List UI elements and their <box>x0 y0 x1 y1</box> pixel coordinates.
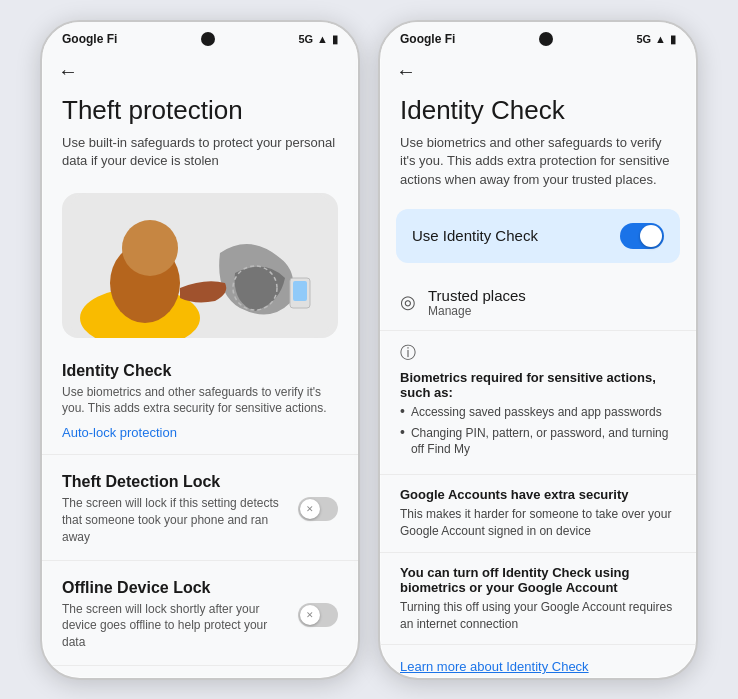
extra-security-desc: This makes it harder for someone to take… <box>400 506 676 540</box>
theft-detection-title: Theft Detection Lock <box>62 473 286 491</box>
offline-lock-toggle[interactable]: ✕ <box>298 603 338 627</box>
phone-identity-check: Google Fi 5G ▲ ▮ ← Identity Check Use bi… <box>378 20 698 680</box>
camera-notch-2 <box>539 32 553 46</box>
bullet-text-1: Accessing saved passkeys and app passwor… <box>411 404 662 421</box>
identity-check-toggle[interactable] <box>620 223 664 249</box>
identity-header: Identity Check Use biometrics and other … <box>380 87 696 205</box>
theft-detection-desc: The screen will lock if this setting det… <box>62 495 286 545</box>
biometrics-heading: Biometrics required for sensitive action… <box>400 370 676 400</box>
signal-icon-2: ▲ <box>655 33 666 45</box>
toggle-knob: ✕ <box>300 499 320 519</box>
signal-icon-1: ▲ <box>317 33 328 45</box>
back-button-1[interactable]: ← <box>42 52 358 87</box>
theft-detection-section: Theft Detection Lock The screen will loc… <box>42 455 358 560</box>
theft-detection-toggle[interactable]: ✕ <box>298 497 338 521</box>
theft-screen: ← Theft protection Use built-in safeguar… <box>42 52 358 678</box>
offline-device-lock-section: Offline Device Lock The screen will lock… <box>42 561 358 666</box>
status-bar-2: Google Fi 5G ▲ ▮ <box>380 22 696 52</box>
carrier-label-1: Google Fi <box>62 32 117 46</box>
trusted-places-block: Trusted places Manage <box>428 287 526 318</box>
trusted-places-manage: Manage <box>428 304 526 318</box>
identity-subtitle: Use biometrics and other safeguards to v… <box>400 134 676 189</box>
theft-illustration-svg <box>62 193 338 338</box>
offline-lock-row: Offline Device Lock The screen will lock… <box>62 579 338 651</box>
identity-title: Identity Check <box>400 95 676 126</box>
phones-container: Google Fi 5G ▲ ▮ ← Theft protection Use … <box>40 20 698 680</box>
svg-rect-6 <box>293 281 307 301</box>
bullet-dot-1: • <box>400 403 405 419</box>
identity-toggle-card[interactable]: Use Identity Check <box>396 209 680 263</box>
theft-header: Theft protection Use built-in safeguards… <box>42 87 358 183</box>
status-bar-1: Google Fi 5G ▲ ▮ <box>42 22 358 52</box>
info-icon: ⓘ <box>400 343 416 364</box>
identity-check-section: Identity Check Use biometrics and other … <box>42 348 358 456</box>
bullet-dot-2: • <box>400 424 405 440</box>
carrier-label-2: Google Fi <box>400 32 455 46</box>
trusted-places-row[interactable]: ◎ Trusted places Manage <box>380 275 696 331</box>
info-icon-row: ⓘ <box>400 343 676 364</box>
learn-more-section: Learn more about Identity Check <box>380 645 696 678</box>
identity-screen: ← Identity Check Use biometrics and othe… <box>380 52 696 678</box>
identity-check-title: Identity Check <box>62 362 338 380</box>
network-label-1: 5G <box>298 33 313 45</box>
battery-icon-2: ▮ <box>670 33 676 46</box>
trusted-places-title: Trusted places <box>428 287 526 304</box>
battery-icon-1: ▮ <box>332 33 338 46</box>
turn-off-section: You can turn off Identity Check using bi… <box>380 553 696 646</box>
bullet-2: • Changing PIN, pattern, or password, an… <box>400 425 676 459</box>
auto-lock-link[interactable]: Auto-lock protection <box>62 425 338 440</box>
bullet-1: • Accessing saved passkeys and app passw… <box>400 404 676 421</box>
back-button-2[interactable]: ← <box>380 52 696 87</box>
status-icons-2: 5G ▲ ▮ <box>636 33 676 46</box>
extra-security-title: Google Accounts have extra security <box>400 487 676 502</box>
theft-subtitle: Use built-in safeguards to protect your … <box>62 134 338 170</box>
turn-off-desc: Turning this off using your Google Accou… <box>400 599 676 633</box>
offline-lock-title: Offline Device Lock <box>62 579 286 597</box>
location-icon: ◎ <box>400 291 416 313</box>
theft-illustration-container <box>62 193 338 338</box>
learn-more-link[interactable]: Learn more about Identity Check <box>400 659 589 674</box>
offline-lock-desc: The screen will lock shortly after your … <box>62 601 286 651</box>
identity-toggle-label: Use Identity Check <box>412 227 538 244</box>
theft-title: Theft protection <box>62 95 338 126</box>
phone-theft-protection: Google Fi 5G ▲ ▮ ← Theft protection Use … <box>40 20 360 680</box>
biometrics-section: ⓘ Biometrics required for sensitive acti… <box>380 331 696 475</box>
theft-detection-row: Theft Detection Lock The screen will loc… <box>62 473 338 545</box>
toggle-knob-2: ✕ <box>300 605 320 625</box>
svg-point-3 <box>122 220 178 276</box>
identity-check-desc: Use biometrics and other safeguards to v… <box>62 384 338 418</box>
bullet-text-2: Changing PIN, pattern, or password, and … <box>411 425 676 459</box>
extra-security-section: Google Accounts have extra security This… <box>380 475 696 553</box>
network-label-2: 5G <box>636 33 651 45</box>
identity-toggle-knob <box>640 225 662 247</box>
camera-notch-1 <box>201 32 215 46</box>
turn-off-title: You can turn off Identity Check using bi… <box>400 565 676 595</box>
status-icons-1: 5G ▲ ▮ <box>298 33 338 46</box>
